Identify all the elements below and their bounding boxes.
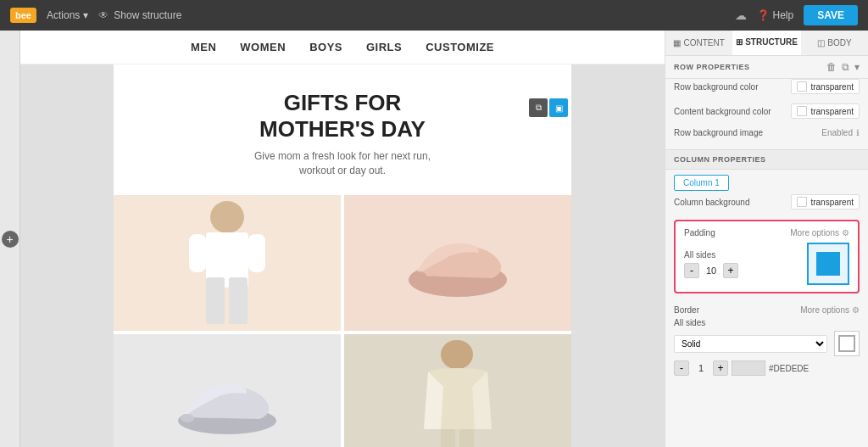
border-gear-icon: ⚙: [852, 305, 860, 315]
column-bg-label: Column background: [674, 198, 791, 207]
tab-structure[interactable]: ⊞ STRUCTURE: [732, 31, 801, 55]
padding-visual: [807, 243, 849, 285]
content-bg-color-row: Content background color transparent: [665, 103, 868, 123]
image-shoe-pink: [344, 195, 571, 331]
gear-icon: ⚙: [842, 228, 849, 237]
duplicate-row-button[interactable]: ⧉: [842, 61, 849, 73]
tab-body[interactable]: ◫ BODY: [801, 31, 868, 55]
image-grid: [114, 195, 571, 447]
show-structure-toggle[interactable]: 👁 Show structure: [98, 9, 181, 21]
row-bg-image-value: Enabled: [821, 128, 853, 137]
column-1-button[interactable]: Column 1: [674, 175, 729, 191]
border-title: Border: [674, 305, 699, 315]
column-selector-area: Column 1: [665, 170, 868, 194]
nav-item-girls[interactable]: GIRLS: [366, 41, 402, 53]
jacket-svg: [411, 336, 504, 447]
tab-structure-label: STRUCTURE: [745, 37, 798, 47]
column-properties-header: COLUMN PROPERTIES: [665, 149, 868, 170]
add-row-button[interactable]: +: [2, 231, 19, 248]
svg-rect-12: [459, 429, 474, 447]
actions-label: Actions: [47, 9, 80, 21]
border-color-swatch[interactable]: [732, 360, 765, 376]
canvas-ctrl-select[interactable]: ▣: [549, 98, 568, 117]
row-bg-image-row: Row background image Enabled ℹ: [665, 128, 868, 144]
padding-plus-button[interactable]: +: [723, 263, 738, 278]
column-bg-row: Column background transparent: [665, 194, 868, 215]
column-bg-value[interactable]: transparent: [791, 194, 860, 210]
border-plus-button[interactable]: +: [713, 360, 728, 376]
body-icon: ◫: [817, 38, 825, 47]
border-row: Solid: [674, 331, 860, 356]
cursor-icon: ▣: [555, 103, 563, 113]
show-structure-label: Show structure: [114, 9, 181, 21]
help-button[interactable]: ❓ Help: [757, 9, 794, 21]
row-actions: 🗑 ⧉ ▾: [826, 61, 860, 73]
border-preview: [838, 335, 855, 352]
collapse-row-button[interactable]: ▾: [854, 61, 860, 73]
svg-rect-3: [229, 277, 248, 324]
help-label: Help: [773, 9, 794, 21]
border-more-options[interactable]: More options ⚙: [800, 305, 860, 315]
woman-svg: [181, 197, 274, 328]
tab-content[interactable]: ▦ CONTENT: [665, 31, 732, 55]
svg-rect-5: [248, 234, 265, 272]
topbar: bee Actions ▾ 👁 Show structure ☁ ❓ Help …: [0, 0, 868, 31]
svg-rect-4: [189, 234, 206, 272]
canvas-ctrl-copy[interactable]: ⧉: [529, 98, 548, 117]
left-sidebar: +: [0, 31, 20, 447]
border-visual: [834, 331, 860, 356]
topbar-right: ☁ ❓ Help SAVE: [735, 5, 858, 25]
padding-all-sides: All sides - 10 +: [684, 250, 738, 278]
padding-inner-box: [816, 252, 840, 276]
email-header: GIFTS FOR MOTHER'S DAY Give mom a fresh …: [114, 81, 571, 187]
border-all-sides-label: All sides: [674, 318, 860, 327]
content-bg-swatch: [797, 106, 807, 116]
svg-rect-2: [206, 277, 225, 324]
padding-title: Padding: [684, 228, 715, 237]
save-button[interactable]: SAVE: [804, 5, 858, 25]
eye-icon: 👁: [98, 9, 108, 21]
nav-bar: MEN WOMEN BOYS GIRLS CUSTOMIZE: [20, 31, 665, 64]
email-content: ⧉ ▣ GIFTS FOR MOTHER'S DAY Give mom a fr…: [114, 64, 571, 447]
main-layout: + MEN WOMEN BOYS GIRLS CUSTOMIZE ⧉ ▣: [0, 31, 868, 447]
border-style-select[interactable]: Solid: [674, 335, 827, 353]
row-bg-color-row: Row background color transparent: [665, 79, 868, 98]
delete-row-button[interactable]: 🗑: [826, 61, 837, 73]
row-properties-title: ROW PROPERTIES: [674, 63, 750, 71]
content-bg-color-value[interactable]: transparent: [791, 103, 860, 119]
padding-stepper: - 10 +: [684, 263, 738, 278]
nav-item-boys[interactable]: BOYS: [309, 41, 342, 53]
copy-icon: ⧉: [536, 103, 542, 113]
right-panel: ▦ CONTENT ⊞ STRUCTURE ◫ BODY ROW PROPERT…: [665, 31, 868, 447]
nav-item-women[interactable]: WOMEN: [240, 41, 286, 53]
column-bg-swatch: [797, 197, 807, 207]
padding-section: Padding More options ⚙ All sides - 10 +: [674, 220, 860, 293]
content-bg-color-label: Content background color: [674, 107, 791, 116]
svg-rect-0: [210, 201, 244, 233]
email-subtitle: Give mom a fresh look for her next run,w…: [131, 149, 554, 178]
row-bg-color-swatch: [797, 81, 807, 92]
email-title: GIFTS FOR MOTHER'S DAY: [131, 90, 554, 142]
nav-item-customize[interactable]: CUSTOMIZE: [426, 41, 494, 53]
row-properties-header: ROW PROPERTIES 🗑 ⧉ ▾: [665, 56, 868, 79]
svg-rect-10: [441, 340, 473, 369]
shoe-silver-svg: [168, 360, 287, 444]
actions-button[interactable]: Actions ▾: [47, 9, 88, 21]
padding-minus-button[interactable]: -: [684, 263, 699, 278]
cloud-icon: ☁: [735, 8, 747, 22]
column-properties-title: COLUMN PROPERTIES: [674, 155, 766, 164]
topbar-left: bee Actions ▾ 👁 Show structure: [10, 8, 181, 23]
panel-tabs: ▦ CONTENT ⊞ STRUCTURE ◫ BODY: [665, 31, 868, 56]
row-bg-color-value[interactable]: transparent: [791, 79, 860, 94]
border-width-value: 1: [693, 363, 709, 373]
border-minus-button[interactable]: -: [674, 360, 689, 376]
content-icon: ▦: [673, 38, 681, 47]
bee-logo: bee: [10, 8, 36, 23]
nav-item-men[interactable]: MEN: [191, 41, 216, 53]
tab-content-label: CONTENT: [683, 38, 724, 47]
border-section: Border More options ⚙ All sides Solid - …: [665, 299, 868, 383]
svg-rect-11: [441, 429, 455, 447]
padding-more-options[interactable]: More options ⚙: [790, 228, 849, 237]
svg-point-9: [181, 414, 194, 422]
image-woman: [114, 195, 341, 331]
